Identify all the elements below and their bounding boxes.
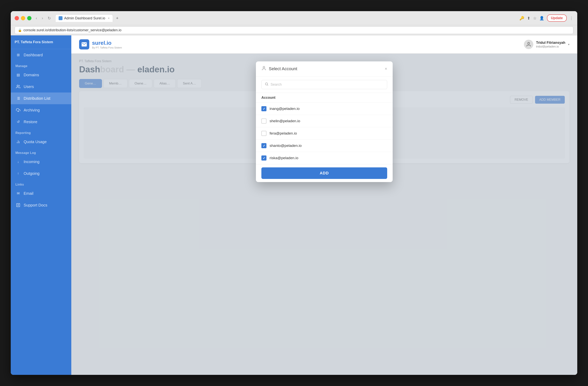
sidebar-item-label-quota: Quota Usage [24,140,47,144]
users-icon [15,84,21,89]
email-icon: ✉ [15,191,21,196]
support-docs-icon [15,202,21,208]
browser-tab[interactable]: Admin Dashboard Surel.io × [55,15,113,22]
lock-icon: 🔒 [18,28,22,32]
traffic-lights [15,16,31,20]
modal-title-text: Select Account [269,66,297,71]
domains-icon: ▤ [15,72,21,78]
update-button[interactable]: Update [547,15,567,22]
sidebar-item-archiving[interactable]: Archiving [11,104,71,116]
tab-title-text: Admin Dashboard Surel.io [64,16,105,20]
search-icon [265,82,269,87]
sidebar-section-reporting: Reporting [11,128,71,136]
sidebar-item-label-distribution-list: Distribution List [24,96,50,101]
sidebar-item-incoming[interactable]: ↓ Incoming [11,156,71,168]
user-email: tridul@peladen.io [536,45,565,48]
extension-icon[interactable]: 🔑 [519,16,524,21]
sidebar-item-support-docs[interactable]: Support Docs [11,199,71,211]
quota-icon [15,139,21,144]
tab-close-button[interactable]: × [108,17,109,20]
logo-area: surel.io By PT. Taffeta Fora Sistem [79,39,122,49]
address-bar[interactable]: 🔒 console.surel.io/distribution-lists/cu… [15,26,573,34]
modal-person-icon [261,66,267,72]
user-info: Tridul Fitriansyah tridul@peladen.io [536,41,565,48]
checkbox-riska[interactable] [261,156,267,160]
new-tab-button[interactable]: + [114,15,120,22]
logo-text: surel.io By PT. Taffeta Fora Sistem [92,40,122,49]
account-list: inang@peladen.io shelin@peladen.io fera@… [256,103,393,164]
svg-point-12 [528,43,529,44]
menu-icon[interactable]: ⋮ [569,16,573,21]
logo-main-text: surel.io [92,40,122,46]
add-button[interactable]: ADD [261,167,387,179]
forward-button[interactable]: › [40,15,45,21]
sidebar-item-email[interactable]: ✉ Email [11,187,71,199]
distribution-list-icon [15,96,21,101]
logo-sub-text: By PT. Taffeta Fora Sistem [92,46,122,49]
sidebar-item-quota-usage[interactable]: Quota Usage [11,136,71,148]
incoming-icon: ↓ [15,159,21,164]
checkbox-shelin[interactable] [261,118,267,124]
dashboard-icon: ⊞ [15,52,21,58]
sidebar-item-label-outgoing: Outgoing [24,171,40,176]
minimize-traffic-light[interactable] [21,16,25,20]
account-item-shelin[interactable]: shelin@peladen.io [256,115,393,127]
logo-icon [79,39,89,49]
address-text: console.surel.io/distribution-lists/cust… [23,28,122,32]
refresh-button[interactable]: ↻ [46,15,53,21]
svg-line-15 [267,85,268,86]
back-button[interactable]: ‹ [34,15,39,21]
account-list-header: Account [256,93,393,103]
sidebar-item-label-email: Email [24,191,33,196]
bookmark-icon[interactable]: ☆ [533,16,537,21]
tab-favicon [59,16,63,20]
sidebar-item-label-archiving: Archiving [24,108,40,113]
account-item-shanto[interactable]: shanto@peladen.io [256,140,393,152]
nav-buttons: ‹ › ↻ [34,15,53,21]
close-traffic-light[interactable] [15,16,19,20]
sidebar-item-label-users: Users [24,85,34,89]
account-item-inang[interactable]: inang@peladen.io [256,103,393,115]
modal-close-button[interactable]: × [385,67,387,71]
user-name: Tridul Fitriansyah [536,41,565,45]
top-bar: surel.io By PT. Taffeta Fora Sistem Trid… [71,35,577,54]
user-area[interactable]: Tridul Fitriansyah tridul@peladen.io ▾ [524,40,569,49]
maximize-traffic-light[interactable] [27,16,31,20]
account-email-fera: fera@peladen.io [270,131,297,136]
search-wrapper[interactable] [261,80,387,89]
tab-bar: Admin Dashboard Surel.io × + [55,15,517,22]
user-chevron-icon[interactable]: ▾ [568,43,569,46]
browser-window: ‹ › ↻ Admin Dashboard Surel.io × + 🔑 ⬆ ☆… [11,11,577,375]
share-icon[interactable]: ⬆ [527,16,530,21]
sidebar-item-distribution-list[interactable]: Distribution List [11,92,71,104]
sidebar-item-restore[interactable]: ↺ Restore [11,116,71,128]
sidebar-item-dashboard[interactable]: ⊞ Dashboard [11,49,71,61]
sidebar-item-users[interactable]: Users [11,81,71,92]
address-bar-row: 🔒 console.surel.io/distribution-lists/cu… [11,25,577,35]
account-item-fera[interactable]: fera@peladen.io [256,127,393,140]
sidebar-section-links: Links [11,179,71,187]
page-body: PT. Taffeta Fora Sistem Dashboard — elad… [71,54,577,375]
checkbox-fera[interactable] [261,131,267,136]
sidebar-brand: PT. Taffeta Fora Sistem [11,35,71,49]
svg-point-14 [265,83,268,85]
profile-icon[interactable]: 👤 [539,16,544,21]
search-input[interactable] [271,83,384,87]
sidebar-item-label-restore: Restore [24,120,37,124]
main-content: surel.io By PT. Taffeta Fora Sistem Trid… [71,35,577,375]
account-email-riska: riska@peladen.io [270,156,298,160]
avatar [524,40,533,49]
account-email-inang: inang@peladen.io [270,107,299,111]
sidebar-item-label-dashboard: Dashboard [24,53,43,57]
title-bar: ‹ › ↻ Admin Dashboard Surel.io × + 🔑 ⬆ ☆… [11,11,577,25]
checkbox-inang[interactable] [261,106,267,111]
svg-point-13 [263,66,265,68]
app-content: PT. Taffeta Fora Sistem ⊞ Dashboard Mana… [11,35,577,375]
account-email-shelin: shelin@peladen.io [270,119,300,123]
restore-icon: ↺ [15,119,21,125]
checkbox-shanto[interactable] [261,143,267,148]
sidebar-item-outgoing[interactable]: ↑ Outgoing [11,168,71,179]
sidebar-item-domains[interactable]: ▤ Domains [11,69,71,81]
sidebar-item-label-support-docs: Support Docs [24,203,47,207]
account-item-riska[interactable]: riska@peladen.io [256,152,393,164]
